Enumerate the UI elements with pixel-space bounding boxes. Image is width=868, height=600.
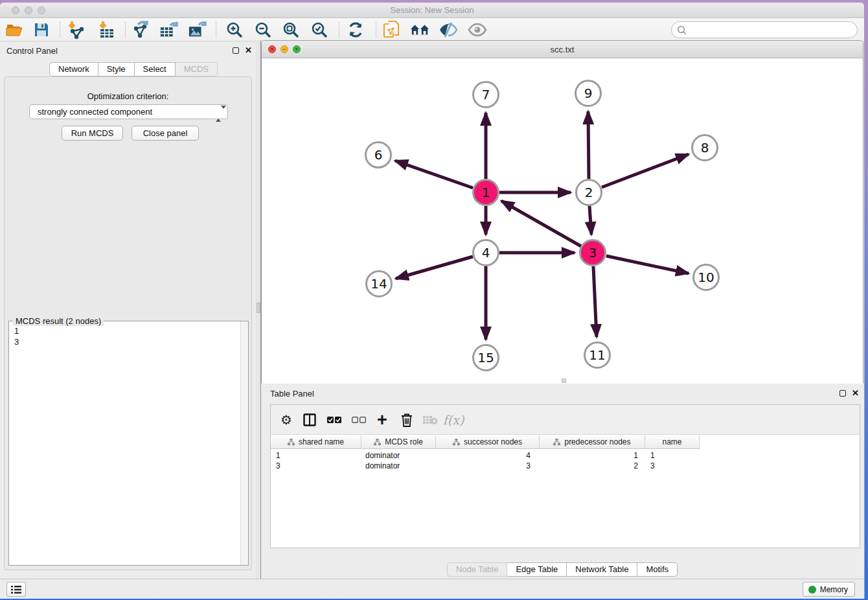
table-toolbar: ⚙ + f(x)	[271, 405, 860, 435]
node-6[interactable]: 6	[365, 141, 392, 168]
application-window: Session: New Session	[0, 3, 865, 599]
export-network-button[interactable]	[131, 21, 151, 39]
show-columns-button[interactable]	[299, 410, 320, 430]
zoom-out-icon	[254, 21, 272, 39]
table-header-row: shared name MCDS role successor nodes pr…	[271, 435, 860, 449]
mcds-result-group: MCDS result (2 nodes) 1 3	[8, 321, 249, 566]
edge-4-14[interactable]	[396, 257, 473, 279]
node-7[interactable]: 7	[472, 81, 499, 108]
network-window-titlebar[interactable]: × − + scc.txt	[262, 41, 863, 58]
cell-mcds-role[interactable]: dominator	[365, 450, 432, 461]
divider-grip[interactable]	[257, 303, 260, 313]
close-panel-icon[interactable]: ✕	[245, 45, 252, 55]
import-table-button[interactable]	[97, 21, 117, 39]
edge-2-9[interactable]	[588, 111, 589, 179]
canvas-resize-grip[interactable]	[562, 378, 566, 383]
cell-predecessor-nodes[interactable]: 2	[540, 461, 638, 471]
task-history-button[interactable]	[6, 582, 26, 597]
cell-shared-name[interactable]: 1	[276, 450, 358, 461]
result-scrollbar[interactable]	[240, 321, 248, 565]
hierarchy-icon	[288, 439, 295, 446]
tab-mcds[interactable]: MCDS	[176, 62, 218, 76]
export-table-button[interactable]	[159, 21, 179, 39]
cell-mcds-role[interactable]: dominator	[365, 461, 432, 471]
show-all-button[interactable]	[468, 21, 487, 39]
cell-shared-name[interactable]: 3	[276, 461, 358, 471]
mcds-result-text[interactable]: 1 3	[14, 325, 19, 347]
close-table-panel-icon[interactable]: ✕	[852, 388, 859, 398]
node-2[interactable]: 2	[575, 179, 602, 206]
houses-icon	[410, 22, 429, 38]
tab-node-table[interactable]: Node Table	[447, 562, 508, 577]
node-9[interactable]: 9	[575, 80, 602, 107]
memory-status-icon	[808, 586, 816, 594]
tab-network-table[interactable]: Network Table	[567, 562, 637, 577]
node-11[interactable]: 11	[584, 341, 611, 369]
memory-button[interactable]: Memory	[803, 582, 855, 597]
cell-name[interactable]: 3	[650, 461, 696, 471]
cell-successor-nodes[interactable]: 3	[436, 461, 531, 471]
network-window-title: scc.txt	[262, 45, 863, 54]
edge-3-10[interactable]	[606, 256, 689, 273]
save-session-button[interactable]	[32, 21, 51, 39]
panel-divider[interactable]	[256, 40, 261, 579]
deselect-all-button[interactable]	[348, 410, 369, 430]
node-4[interactable]: 4	[472, 239, 499, 266]
zoom-selected-button[interactable]	[310, 21, 329, 39]
close-panel-button[interactable]: Close panel	[131, 126, 199, 141]
table-row[interactable]: 3 dominator 3 2 3	[271, 461, 860, 471]
node-8[interactable]: 8	[691, 134, 718, 161]
main-toolbar	[0, 18, 864, 41]
run-mcds-button[interactable]: Run MCDS	[62, 126, 123, 141]
import-table-icon	[97, 21, 117, 39]
column-header-predecessor-nodes[interactable]: predecessor nodes	[540, 435, 645, 449]
zoom-out-button[interactable]	[253, 21, 273, 39]
clear-table-button	[420, 410, 440, 430]
edge-2-3[interactable]	[589, 206, 591, 235]
cell-successor-nodes[interactable]: 4	[436, 450, 531, 461]
edge-3-1[interactable]	[501, 201, 581, 246]
columns-icon	[303, 413, 316, 426]
node-3[interactable]: 3	[579, 239, 606, 266]
edge-1-6[interactable]	[395, 161, 473, 188]
trash-icon	[401, 413, 413, 427]
node-14[interactable]: 14	[365, 270, 393, 297]
criterion-dropdown[interactable]: strongly connected component	[29, 104, 228, 119]
cell-predecessor-nodes[interactable]: 1	[540, 450, 638, 461]
column-header-name[interactable]: name	[645, 435, 700, 449]
table-row[interactable]: 1 dominator 4 1 1	[271, 450, 860, 461]
node-10[interactable]: 10	[692, 264, 720, 291]
hide-selected-button[interactable]	[439, 21, 458, 39]
first-neighbors-button[interactable]	[410, 21, 429, 39]
import-network-button[interactable]	[67, 21, 86, 39]
clone-network-button[interactable]	[382, 21, 402, 39]
float-table-panel-icon[interactable]	[839, 390, 846, 397]
hierarchy-icon	[453, 439, 460, 446]
delete-column-button[interactable]	[396, 410, 417, 430]
cell-name[interactable]: 1	[650, 450, 696, 461]
node-1[interactable]: 1	[472, 179, 499, 206]
tab-motifs[interactable]: Motifs	[637, 562, 678, 577]
add-column-button[interactable]: +	[372, 410, 393, 430]
column-header-successor-nodes[interactable]: successor nodes	[436, 435, 540, 449]
edge-2-8[interactable]	[602, 154, 689, 187]
tab-network[interactable]: Network	[49, 62, 98, 76]
tab-edge-table[interactable]: Edge Table	[507, 562, 567, 577]
column-header-mcds-role[interactable]: MCDS role	[361, 435, 436, 449]
tab-style[interactable]: Style	[98, 62, 135, 76]
table-settings-button[interactable]: ⚙	[276, 410, 297, 430]
zoom-in-button[interactable]	[225, 21, 244, 39]
open-file-button[interactable]	[5, 21, 25, 39]
float-panel-icon[interactable]	[233, 47, 239, 54]
search-input[interactable]	[690, 23, 852, 36]
export-image-button[interactable]	[188, 21, 207, 39]
tab-select[interactable]: Select	[135, 62, 176, 76]
apply-layout-button[interactable]	[346, 21, 365, 39]
select-all-button[interactable]	[324, 410, 345, 430]
node-15[interactable]: 15	[472, 344, 499, 371]
zoom-in-icon	[225, 21, 244, 39]
edge-3-11[interactable]	[593, 266, 597, 337]
zoom-fit-button[interactable]	[281, 21, 301, 39]
network-canvas[interactable]: 7 9 6 8 1 2 4 3 14 10 15 11	[262, 58, 863, 384]
column-header-shared-name[interactable]: shared name	[271, 435, 361, 449]
